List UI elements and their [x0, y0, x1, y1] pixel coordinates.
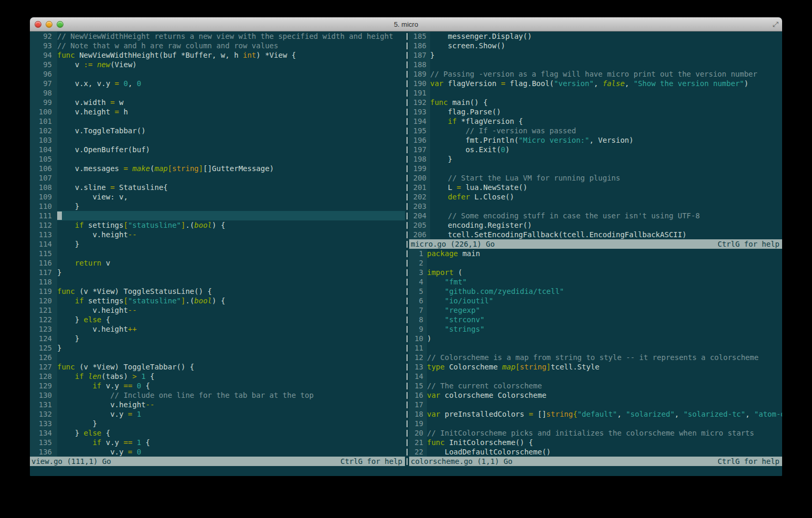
code-line[interactable]: 95 v := new(View) [30, 60, 405, 69]
code-text[interactable]: } [57, 268, 405, 277]
code-line[interactable]: 136 v.y = 0 [30, 447, 405, 457]
code-text[interactable]: v.y = 1 [57, 409, 405, 419]
code-text[interactable] [57, 135, 405, 145]
code-text[interactable]: v.OpenBuffer(buf) [57, 145, 405, 154]
code-line[interactable]: 197 os.Exit(0) [409, 145, 782, 154]
code-line[interactable]: 198 } [409, 154, 782, 164]
code-line[interactable]: 203 [409, 202, 782, 211]
code-line[interactable]: 185 messenger.Display() [409, 31, 782, 41]
code-text[interactable] [430, 88, 782, 98]
code-text[interactable]: LoadDefaultColorscheme() [427, 447, 782, 457]
code-line[interactable]: 101 [30, 117, 405, 126]
code-line[interactable]: 129 if v.y == 0 { [30, 381, 405, 390]
code-line[interactable]: 121 v.height-- [30, 305, 405, 315]
code-line[interactable]: 119func (v *View) ToggleStatusLine() { [30, 287, 405, 296]
code-line[interactable]: 19 [409, 419, 782, 428]
code-line[interactable]: 131 v.height-- [30, 400, 405, 409]
code-line[interactable]: 126 [30, 353, 405, 362]
code-text[interactable]: v := new(View) [57, 60, 405, 69]
code-text[interactable]: package main [427, 249, 782, 258]
code-text[interactable]: v.width = w [57, 98, 405, 107]
code-line[interactable]: 114 } [30, 239, 405, 249]
code-text[interactable]: "fmt" [427, 277, 782, 287]
code-text[interactable] [57, 353, 405, 362]
code-text[interactable]: if len(tabs) > 1 { [57, 372, 405, 381]
code-text[interactable]: // InitColorscheme picks and initializes… [427, 428, 782, 438]
code-text[interactable]: screen.Show() [430, 41, 782, 50]
code-text[interactable]: } else { [57, 315, 405, 324]
code-text[interactable] [427, 419, 782, 428]
code-line[interactable]: 202 defer L.Close() [409, 192, 782, 202]
code-text[interactable]: "github.com/zyedidia/tcell" [427, 287, 782, 296]
code-line[interactable]: 4 "fmt" [409, 277, 782, 287]
code-text[interactable] [57, 88, 405, 98]
code-line[interactable]: 97 v.x, v.y = 0, 0 [30, 79, 405, 88]
code-text[interactable]: return v [57, 258, 405, 268]
code-text[interactable]: var colorscheme Colorscheme [427, 390, 782, 400]
close-button[interactable] [35, 21, 41, 28]
code-line[interactable]: 103 [30, 135, 405, 145]
code-line[interactable]: 18var preInstalledColors = []string{"def… [409, 409, 782, 419]
code-text[interactable] [427, 372, 782, 381]
code-line[interactable]: 124 } [30, 334, 405, 343]
code-text[interactable]: // Some encoding stuff in case the user … [430, 211, 782, 220]
code-text[interactable]: // Passing -version as a flag will have … [430, 69, 782, 79]
title-bar[interactable]: 5. micro ⤢ [30, 17, 782, 31]
code-line[interactable]: 107 [30, 173, 405, 183]
code-text[interactable]: "regexp" [427, 305, 782, 315]
code-text[interactable]: } [57, 334, 405, 343]
code-line[interactable]: 17 [409, 400, 782, 409]
code-text[interactable]: func InitColorscheme() { [427, 438, 782, 447]
code-line[interactable]: 190var flagVersion = flag.Bool("version"… [409, 79, 782, 88]
code-line[interactable]: 96 [30, 69, 405, 79]
code-text[interactable] [57, 173, 405, 183]
code-line[interactable]: 110 } [30, 202, 405, 211]
code-line[interactable]: 194 if *flagVersion { [409, 117, 782, 126]
code-line[interactable]: 5 "github.com/zyedidia/tcell" [409, 287, 782, 296]
code-line[interactable]: 13type Colorscheme map[string]tcell.Styl… [409, 362, 782, 372]
code-text[interactable]: var flagVersion = flag.Bool("version", f… [430, 79, 782, 88]
code-line[interactable]: 22 LoadDefaultColorscheme() [409, 447, 782, 457]
code-line[interactable]: 187} [409, 50, 782, 60]
code-text[interactable]: if v.y == 1 { [57, 438, 405, 447]
code-text[interactable]: os.Exit(0) [430, 145, 782, 154]
code-text[interactable]: } [57, 419, 405, 428]
code-line[interactable]: 20// InitColorscheme picks and initializ… [409, 428, 782, 438]
code-line[interactable]: 133 } [30, 419, 405, 428]
code-line[interactable]: 128 if len(tabs) > 1 { [30, 372, 405, 381]
code-text[interactable]: flag.Parse() [430, 107, 782, 117]
code-line[interactable]: 188 [409, 60, 782, 69]
code-line[interactable]: 111 [30, 211, 405, 220]
code-line[interactable]: 191 [409, 88, 782, 98]
code-text[interactable]: tcell.SetEncodingFallback(tcell.Encoding… [430, 230, 782, 239]
code-line[interactable]: 12// Colorscheme is a map from string to… [409, 353, 782, 362]
code-line[interactable]: 9 "strings" [409, 324, 782, 334]
code-text[interactable]: L = lua.NewState() [430, 183, 782, 192]
code-line[interactable]: 201 L = lua.NewState() [409, 183, 782, 192]
code-line[interactable]: 1package main [409, 249, 782, 258]
code-line[interactable]: 186 screen.Show() [409, 41, 782, 50]
minimize-button[interactable] [46, 21, 52, 28]
code-line[interactable]: 6 "io/ioutil" [409, 296, 782, 305]
code-line[interactable]: 3import ( [409, 268, 782, 277]
code-text[interactable]: v.height-- [57, 230, 405, 239]
code-line[interactable]: 11 [409, 343, 782, 353]
code-line[interactable]: 10) [409, 334, 782, 343]
code-line[interactable]: 127func (v *View) ToggleTabbar() { [30, 362, 405, 372]
code-text[interactable]: // Colorscheme is a map from string to s… [427, 353, 782, 362]
code-line[interactable]: 135 if v.y == 1 { [30, 438, 405, 447]
code-line[interactable]: 206 tcell.SetEncodingFallback(tcell.Enco… [409, 230, 782, 239]
code-text[interactable] [57, 154, 405, 164]
code-text[interactable] [430, 202, 782, 211]
code-line[interactable]: 204 // Some encoding stuff in case the u… [409, 211, 782, 220]
code-text[interactable]: v.height++ [57, 324, 405, 334]
code-line[interactable]: 196 fmt.Println("Micro version:", Versio… [409, 135, 782, 145]
code-line[interactable]: 2 [409, 258, 782, 268]
code-line[interactable]: 14 [409, 372, 782, 381]
code-text[interactable]: v.height-- [57, 400, 405, 409]
code-text[interactable]: "io/ioutil" [427, 296, 782, 305]
code-line[interactable]: 104 v.OpenBuffer(buf) [30, 145, 405, 154]
code-line[interactable]: 189// Passing -version as a flag will ha… [409, 69, 782, 79]
code-line[interactable]: 109 view: v, [30, 192, 405, 202]
code-line[interactable]: 200 // Start the Lua VM for running plug… [409, 173, 782, 183]
